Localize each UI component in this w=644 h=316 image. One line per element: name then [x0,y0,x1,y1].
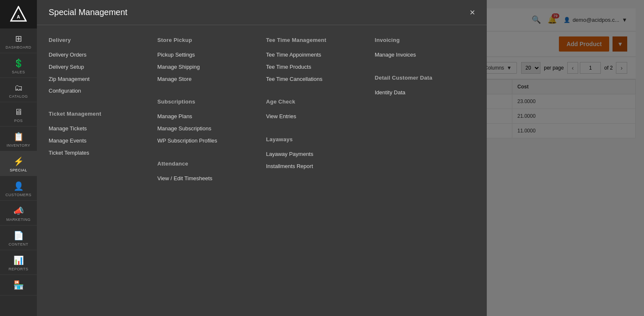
menu-grid: Delivery Delivery Orders Delivery Setup … [49,37,475,198]
ticket-management-section: Ticket Management Manage Tickets Manage … [49,111,149,159]
modal-title: Special Management [49,8,127,17]
modal-body: Delivery Delivery Orders Delivery Setup … [37,25,487,316]
manage-shipping-link[interactable]: Manage Shipping [157,61,257,73]
sidebar-item-customers[interactable]: 👤 CUSTOMERS [0,176,37,201]
delivery-heading: Delivery [49,37,149,43]
customers-icon: 👤 [13,181,24,191]
catalog-icon: 🗂 [14,83,23,93]
sidebar-item-store[interactable]: 🏪 [0,275,37,295]
delivery-setup-link[interactable]: Delivery Setup [49,61,149,73]
installments-report-link[interactable]: Installments Report [266,161,366,173]
detail-customer-section: Detail Customer Data Identity Data [375,75,475,99]
subscriptions-section: Subscriptions Manage Plans Manage Subscr… [157,98,257,147]
sidebar-item-reports[interactable]: 📊 REPORTS [0,250,37,275]
tee-time-products-link[interactable]: Tee Time Products [266,61,366,73]
special-icon: ⚡ [13,156,24,166]
sidebar-item-pos[interactable]: 🖥 POS [0,102,37,127]
identity-data-link[interactable]: Identity Data [375,87,475,99]
manage-subscriptions-link[interactable]: Manage Subscriptions [157,123,257,135]
sidebar-item-label: REPORTS [9,267,29,271]
sidebar-item-inventory[interactable]: 📋 INVENTORY [0,127,37,151]
sidebar: A ⊞ DASHBOARD 💲 SALES 🗂 CATALOG 🖥 POS 📋 … [0,0,37,316]
store-pickup-section: Store Pickup Pickup Settings Manage Ship… [157,37,257,85]
menu-column-3: Tee Time Management Tee Time Appoinments… [266,37,366,198]
detail-customer-heading: Detail Customer Data [375,75,475,81]
pos-icon: 🖥 [14,107,23,117]
sidebar-item-label: INVENTORY [7,143,31,148]
modal-header: Special Management × [37,0,487,25]
manage-events-link[interactable]: Manage Events [49,135,149,147]
layaways-heading: Layaways [266,136,366,142]
wp-subscription-profiles-link[interactable]: WP Subscription Profiles [157,135,257,147]
attendance-section: Attendance View / Edit Timesheets [157,161,257,185]
layaways-section: Layaways Layaway Payments Installments R… [266,136,366,173]
manage-tickets-link[interactable]: Manage Tickets [49,123,149,135]
special-management-modal: Special Management × Delivery Delivery O… [37,0,487,316]
age-check-section: Age Check View Entries [266,98,366,123]
ticket-management-heading: Ticket Management [49,111,149,117]
sidebar-item-sales[interactable]: 💲 SALES [0,53,37,78]
ticket-templates-link[interactable]: Ticket Templates [49,147,149,159]
sidebar-item-content[interactable]: 📄 CONTENT [0,225,37,250]
pickup-settings-link[interactable]: Pickup Settings [157,49,257,61]
menu-column-1: Delivery Delivery Orders Delivery Setup … [49,37,149,198]
sidebar-item-marketing[interactable]: 📣 MARKETING [0,201,37,225]
view-edit-timesheets-link[interactable]: View / Edit Timesheets [157,173,257,185]
menu-column-2: Store Pickup Pickup Settings Manage Ship… [157,37,257,198]
manage-store-link[interactable]: Manage Store [157,73,257,85]
invoicing-section: Invoicing Manage Invoices [375,37,475,61]
modal-close-button[interactable]: × [470,8,475,17]
sidebar-item-dashboard[interactable]: ⊞ DASHBOARD [0,28,37,53]
sidebar-item-label: MARKETING [6,218,31,222]
sidebar-item-label: POS [14,119,23,123]
sidebar-item-label: SALES [12,70,25,74]
tee-time-cancellations-link[interactable]: Tee Time Cancellations [266,73,366,85]
sidebar-item-special[interactable]: ⚡ SPECIAL [0,151,37,176]
manage-invoices-link[interactable]: Manage Invoices [375,49,475,61]
content-icon: 📄 [13,231,24,241]
marketing-icon: 📣 [13,206,24,216]
sales-icon: 💲 [13,58,24,68]
store-pickup-heading: Store Pickup [157,37,257,43]
configuration-link[interactable]: Configuration [49,85,149,97]
attendance-heading: Attendance [157,161,257,167]
age-check-heading: Age Check [266,98,366,105]
invoicing-heading: Invoicing [375,37,475,43]
dashboard-icon: ⊞ [15,34,22,44]
store-icon: 🏪 [13,280,24,290]
tee-time-heading: Tee Time Management [266,37,366,43]
view-entries-link[interactable]: View Entries [266,111,366,123]
layaway-payments-link[interactable]: Layaway Payments [266,148,366,161]
inventory-icon: 📋 [13,132,24,142]
sidebar-item-label: SPECIAL [10,168,27,172]
main-area: 🔍 🔔 79 👤 demo@acidpos.c... ▼ Add Product… [37,0,644,316]
delivery-orders-link[interactable]: Delivery Orders [49,49,149,61]
tee-time-section: Tee Time Management Tee Time Appoinments… [266,37,366,85]
delivery-section: Delivery Delivery Orders Delivery Setup … [49,37,149,97]
zip-management-link[interactable]: Zip Management [49,73,149,85]
sidebar-item-label: DASHBOARD [5,45,31,49]
sidebar-logo[interactable]: A [0,0,37,28]
sidebar-item-label: CATALOG [9,94,28,98]
sidebar-item-catalog[interactable]: 🗂 CATALOG [0,78,37,102]
sidebar-item-label: CONTENT [9,242,29,246]
tee-time-appointments-link[interactable]: Tee Time Appoinments [266,49,366,61]
menu-column-4: Invoicing Manage Invoices Detail Custome… [375,37,475,198]
svg-text:A: A [17,14,20,19]
sidebar-item-label: CUSTOMERS [5,193,31,197]
reports-icon: 📊 [13,255,24,265]
subscriptions-heading: Subscriptions [157,98,257,105]
manage-plans-link[interactable]: Manage Plans [157,111,257,123]
